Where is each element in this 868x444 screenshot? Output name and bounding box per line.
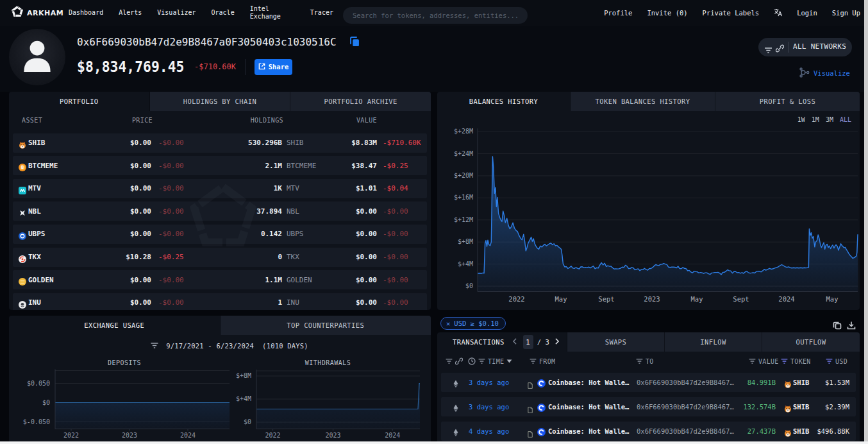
portfolio-row-tkx[interactable]: TKX $10.28 -$0.25 0 TKX $0.00 -$0.00 xyxy=(13,248,427,267)
tx-token: SHIB xyxy=(793,373,809,392)
search-bar[interactable] xyxy=(343,7,528,24)
transaction-row[interactable]: 3 days ago Coinbase: Hot Walle… 0x6F6690… xyxy=(441,397,856,416)
th-time[interactable]: TIME xyxy=(468,352,512,371)
nav-item-dashboard[interactable]: Dashboard xyxy=(69,9,103,17)
portfolio-row-inu[interactable]: INU $0.00 -$0.00 1 INU $0.00 -$0.00 xyxy=(13,293,427,310)
nav-item-alerts[interactable]: Alerts xyxy=(119,9,142,17)
prev-page-icon[interactable] xyxy=(512,338,518,346)
price: $10.28 xyxy=(126,248,151,267)
x-axis-label: Sept xyxy=(732,295,750,303)
portfolio-row-btcmeme[interactable]: B BTCMEME $0.00 -$0.00 2.1M BTCMEME $38.… xyxy=(13,156,427,175)
portfolio-row-golden[interactable]: GOLDEN $0.00 -$0.00 1.1M GOLDEN $0.00 -$… xyxy=(13,270,427,289)
share-label: Share xyxy=(269,63,289,71)
transaction-row[interactable]: 4 days ago Coinbase: Hot Walle… 0x6F6690… xyxy=(441,422,856,441)
token-icon-shib xyxy=(784,427,792,440)
share-button[interactable]: Share xyxy=(255,59,292,75)
all-networks-selector[interactable]: ALL NETWORKS xyxy=(758,38,852,56)
nav-item-oracle[interactable]: Oracle xyxy=(212,9,235,17)
filter-icon xyxy=(636,359,643,364)
arkham-logo-icon xyxy=(12,6,23,20)
value: $38.47 xyxy=(351,156,377,175)
price-change: -$0.00 xyxy=(158,293,184,310)
holdings: 0.142 xyxy=(261,225,282,244)
filter-icon-active xyxy=(781,359,788,364)
portfolio-row-nbl[interactable]: NBL $0.00 -$0.00 37.894 NBL $0.00 -$0.00 xyxy=(13,201,427,221)
token-symbol: SHIB xyxy=(28,133,46,153)
value-change: -$0.00 xyxy=(383,248,408,267)
ethereum-icon xyxy=(453,403,458,415)
value-change: -$0.00 xyxy=(383,201,408,221)
nav-item-sign-up[interactable]: Sign Up xyxy=(832,9,860,17)
th-token[interactable]: TOKEN xyxy=(781,352,811,371)
current-page: 1 xyxy=(523,335,533,349)
tab-inflow[interactable]: INFLOW xyxy=(665,332,762,352)
holdings: 530.296B xyxy=(248,133,282,153)
value: $0.00 xyxy=(356,225,377,244)
nav-item-visualizer[interactable]: Visualizer xyxy=(157,9,196,17)
tx-from[interactable]: Coinbase: Hot Walle… xyxy=(548,422,629,441)
tab-portfolio[interactable]: PORTFOLIO xyxy=(9,92,150,111)
tx-token: SHIB xyxy=(793,422,809,441)
tx-to[interactable]: 0x6F669030bB47d2e9B8467… xyxy=(637,397,734,416)
next-page-icon[interactable] xyxy=(554,338,560,346)
th-value[interactable]: VALUE xyxy=(749,352,779,371)
y-axis-label: $+24M xyxy=(444,150,473,157)
th-usd[interactable]: USD xyxy=(826,352,847,371)
tab-holdings-by-chain[interactable]: HOLDINGS BY CHAIN xyxy=(150,92,291,111)
visualize-link[interactable]: Visualize xyxy=(799,67,850,79)
holdings: 0 xyxy=(278,248,282,267)
brand[interactable]: ARKHAM xyxy=(12,0,63,26)
transaction-row[interactable]: 3 days ago Coinbase: Hot Walle… 0x6F6690… xyxy=(441,373,856,392)
column-label: TIME xyxy=(488,358,504,365)
column-label: TO xyxy=(646,358,654,365)
portfolio-row-shib[interactable]: SHIB $0.00 -$0.00 530.296B SHIB $8.83M -… xyxy=(13,133,427,153)
portfolio-row-mtv[interactable]: MTV $0.00 -$0.00 1K MTV $1.01 -$0.04 xyxy=(13,179,427,198)
tx-time[interactable]: 4 days ago xyxy=(469,422,509,441)
value-change: -$0.00 xyxy=(383,225,408,244)
tx-to[interactable]: 0x6F669030bB47d2e9B8467… xyxy=(637,422,734,441)
copy-address-icon[interactable] xyxy=(350,37,360,49)
tab-token-balances-history[interactable]: TOKEN BALANCES HISTORY xyxy=(571,92,715,111)
tab-profit-loss[interactable]: PROFIT & LOSS xyxy=(715,92,860,111)
tab-swaps[interactable]: SWAPS xyxy=(567,332,665,352)
nav-item-tracer[interactable]: Tracer xyxy=(310,9,333,17)
portfolio-row-ubps[interactable]: UBPS $0.00 -$0.00 0.142 UBPS $0.00 -$0.0… xyxy=(13,225,427,244)
th-direction[interactable] xyxy=(446,352,453,371)
x-axis-label: 2024 xyxy=(383,432,402,439)
value: $1.01 xyxy=(356,179,377,198)
tab-transactions[interactable]: TRANSACTIONS 1 / 3 xyxy=(437,332,567,352)
divider xyxy=(788,42,789,53)
nav-item-profile[interactable]: Profile xyxy=(604,9,632,17)
token-symbol: UBPS xyxy=(28,225,46,244)
right-edge-scrollbar[interactable] xyxy=(864,0,868,444)
column-label: FROM xyxy=(539,358,555,365)
tx-from[interactable]: Coinbase: Hot Walle… xyxy=(548,397,629,416)
column-header-value: VALUE xyxy=(356,117,377,124)
tx-time[interactable]: 3 days ago xyxy=(469,373,509,392)
visualize-label: Visualize xyxy=(814,69,850,77)
nav-item-invite-[interactable]: Invite (0) xyxy=(647,9,687,17)
tx-from[interactable]: Coinbase: Hot Walle… xyxy=(548,373,629,392)
th-chain[interactable] xyxy=(455,352,463,371)
copy-table-icon[interactable] xyxy=(833,320,842,332)
nav-item-private-labels[interactable]: Private Labels xyxy=(703,9,760,17)
column-label: TOKEN xyxy=(790,358,811,365)
x-axis-label: 2024 xyxy=(778,295,796,303)
search-input[interactable] xyxy=(353,12,518,19)
translate-icon[interactable] xyxy=(774,8,782,18)
th-to[interactable]: TO xyxy=(636,352,654,371)
filter-icon xyxy=(749,359,756,364)
nav-item-login[interactable]: Login xyxy=(797,9,817,17)
tab-outflow[interactable]: OUTFLOW xyxy=(762,332,860,352)
top-nav: ARKHAM DashboardAlertsVisualizerOracleIn… xyxy=(0,0,868,26)
download-icon[interactable] xyxy=(847,320,856,332)
th-from[interactable]: FROM xyxy=(530,352,555,371)
graph-icon xyxy=(799,67,810,79)
nav-item-intel-exchange[interactable]: Intel Exchange xyxy=(250,5,281,21)
tx-to[interactable]: 0x6F669030bB47d2e9B8467… xyxy=(637,373,734,392)
close-icon[interactable]: ✕ xyxy=(446,320,450,327)
tab-balances-history[interactable]: BALANCES HISTORY xyxy=(437,92,571,111)
usd-filter-chip[interactable]: ✕ USD ≥ $0.10 xyxy=(440,317,506,330)
tx-time[interactable]: 3 days ago xyxy=(469,397,509,416)
tab-portfolio-archive[interactable]: PORTFOLIO ARCHIVE xyxy=(290,92,431,111)
